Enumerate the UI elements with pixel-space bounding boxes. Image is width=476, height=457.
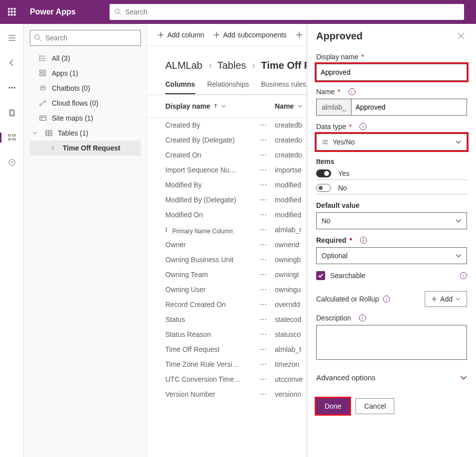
required-select[interactable]: Optional bbox=[316, 247, 467, 264]
advanced-options-toggle[interactable]: Advanced options bbox=[316, 373, 467, 390]
nav-item-tables[interactable]: Tables (1) bbox=[30, 126, 141, 141]
nav-label: Cloud flows (0) bbox=[52, 99, 98, 107]
nav-item-apps[interactable]: Apps (1) bbox=[30, 66, 141, 81]
back-icon bbox=[8, 59, 16, 67]
info-icon[interactable]: i bbox=[359, 314, 366, 321]
nav-label: Apps (1) bbox=[52, 69, 78, 77]
nav-search[interactable] bbox=[30, 30, 141, 46]
sort-asc-icon bbox=[213, 104, 218, 109]
app-launcher-button[interactable] bbox=[0, 0, 24, 24]
item-no-row[interactable]: No bbox=[316, 184, 467, 194]
done-button[interactable]: Done bbox=[316, 398, 350, 414]
row-more-button[interactable]: ⋯ bbox=[260, 256, 275, 264]
col-display-name[interactable]: Display name bbox=[165, 102, 210, 110]
svg-point-31 bbox=[39, 60, 40, 61]
row-more-button[interactable]: ⋯ bbox=[260, 345, 275, 353]
row-more-button[interactable]: ⋯ bbox=[260, 375, 275, 383]
name-input[interactable] bbox=[351, 99, 467, 116]
global-search[interactable] bbox=[110, 4, 464, 20]
panel-close-button[interactable] bbox=[455, 30, 467, 42]
nav-item-flows[interactable]: Cloud flows (0) bbox=[30, 96, 141, 111]
required-asterisk: * bbox=[361, 53, 364, 61]
svg-rect-6 bbox=[8, 14, 9, 15]
row-more-button[interactable]: ⋯ bbox=[260, 151, 275, 159]
row-more-button[interactable]: ⋯ bbox=[260, 196, 275, 204]
rail-more[interactable] bbox=[4, 80, 20, 96]
searchable-checkbox[interactable] bbox=[316, 271, 325, 280]
info-icon[interactable]: i bbox=[360, 237, 367, 244]
row-more-button[interactable]: ⋯ bbox=[260, 286, 275, 294]
description-label: Description bbox=[316, 314, 351, 322]
rail-hamburger[interactable] bbox=[4, 30, 20, 46]
svg-rect-2 bbox=[14, 8, 15, 9]
display-name-input[interactable] bbox=[316, 64, 467, 81]
advanced-label: Advanced options bbox=[316, 373, 375, 382]
cancel-button[interactable]: Cancel bbox=[356, 398, 394, 414]
nav-item-sitemaps[interactable]: Site maps (1) bbox=[30, 111, 141, 126]
nav-search-input[interactable] bbox=[45, 34, 136, 42]
svg-rect-5 bbox=[14, 11, 15, 12]
tab-relationships[interactable]: Relationships bbox=[207, 80, 249, 94]
global-search-input[interactable] bbox=[125, 8, 459, 16]
row-more-button[interactable]: ⋯ bbox=[260, 241, 275, 249]
plus-icon bbox=[431, 296, 437, 302]
close-icon bbox=[458, 32, 465, 39]
nav-item-all[interactable]: All (3) bbox=[30, 51, 141, 66]
nav-panel: All (3) Apps (1) Chatbots (0) Cloud flow… bbox=[24, 24, 147, 457]
nav-item-time-off-request[interactable]: Time Off Request bbox=[30, 141, 141, 155]
row-more-button[interactable]: ⋯ bbox=[260, 390, 275, 398]
breadcrumb-tables[interactable]: Tables bbox=[218, 60, 246, 71]
nav-item-chatbots[interactable]: Chatbots (0) bbox=[30, 81, 141, 96]
toggle-on-icon[interactable] bbox=[316, 169, 331, 177]
toggle-off-icon[interactable] bbox=[316, 184, 331, 192]
default-value-select[interactable]: No bbox=[316, 212, 467, 229]
row-more-button[interactable]: ⋯ bbox=[260, 181, 275, 189]
row-more-button[interactable]: ⋯ bbox=[260, 166, 275, 174]
add-subcomponents-button[interactable]: Add subcomponents bbox=[213, 31, 287, 39]
row-more-button[interactable]: ⋯ bbox=[260, 271, 275, 279]
row-more-button[interactable]: ⋯ bbox=[260, 121, 275, 129]
item-yes-row[interactable]: Yes bbox=[316, 169, 467, 180]
data-type-select[interactable]: Yes/No bbox=[316, 134, 467, 151]
chatbot-icon bbox=[39, 85, 47, 92]
tab-business-rules[interactable]: Business rules bbox=[261, 80, 306, 94]
svg-rect-22 bbox=[12, 139, 15, 140]
row-display-name: Created By (Delegate) bbox=[165, 136, 235, 144]
hamburger-icon bbox=[8, 34, 16, 42]
row-more-button[interactable]: ⋯ bbox=[260, 136, 275, 144]
rail-tree[interactable] bbox=[4, 130, 20, 146]
row-more-button[interactable]: ⋯ bbox=[260, 360, 275, 368]
calc-label: Calculated or Rollup bbox=[316, 295, 379, 303]
col-name[interactable]: Name bbox=[275, 102, 294, 110]
history-icon bbox=[8, 158, 16, 166]
rail-pages[interactable] bbox=[4, 105, 20, 121]
data-type-value: Yes/No bbox=[333, 138, 355, 146]
info-icon[interactable]: i bbox=[349, 88, 356, 95]
description-input[interactable] bbox=[316, 325, 467, 360]
add-column-button[interactable]: Add column bbox=[157, 31, 204, 39]
row-more-button[interactable]: ⋯ bbox=[260, 301, 275, 308]
tab-columns[interactable]: Columns bbox=[165, 80, 195, 94]
toolbar-more[interactable] bbox=[296, 31, 303, 38]
panel-title: Approved bbox=[316, 30, 362, 42]
info-icon[interactable]: i bbox=[383, 296, 390, 303]
nav-label: Time Off Request bbox=[63, 144, 120, 152]
breadcrumb-root[interactable]: ALMLab bbox=[165, 60, 203, 71]
chevron-down-icon[interactable] bbox=[298, 104, 303, 109]
calc-add-button[interactable]: Add bbox=[425, 291, 467, 307]
svg-rect-36 bbox=[40, 86, 46, 90]
yesno-icon bbox=[322, 139, 329, 146]
chevron-down-icon[interactable] bbox=[221, 104, 226, 109]
rail-back[interactable] bbox=[4, 55, 20, 71]
row-more-button[interactable]: ⋯ bbox=[260, 226, 275, 234]
svg-rect-0 bbox=[8, 8, 9, 9]
row-more-button[interactable]: ⋯ bbox=[260, 330, 275, 338]
chevron-down-icon bbox=[460, 374, 467, 381]
row-more-button[interactable]: ⋯ bbox=[260, 315, 275, 323]
info-icon[interactable]: i bbox=[359, 123, 366, 130]
default-value-label: Default value bbox=[316, 201, 359, 209]
info-icon[interactable]: i bbox=[460, 272, 467, 279]
searchable-row[interactable]: Searchable i bbox=[316, 271, 467, 280]
rail-history[interactable] bbox=[4, 154, 20, 170]
row-more-button[interactable]: ⋯ bbox=[260, 211, 275, 219]
